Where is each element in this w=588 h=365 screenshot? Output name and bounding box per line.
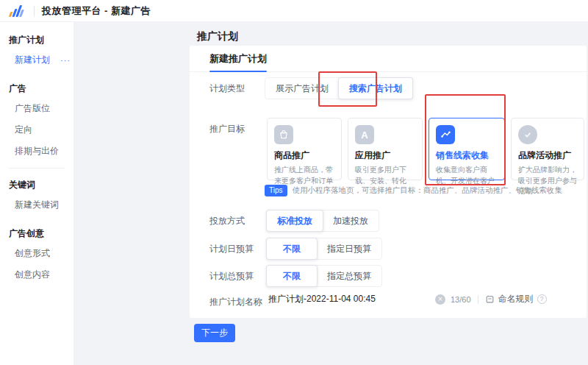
sidebar-group-plan: 推广计划	[9, 34, 74, 46]
goal-card-desc: 推广线上商品，带来更多客户和订单	[274, 165, 334, 186]
app-icon: A	[355, 125, 374, 144]
leads-icon	[436, 125, 455, 144]
delivery-mode-options: 标准投放 加速投放	[266, 210, 379, 232]
goal-card-brand[interactable]: 品牌活动推广 扩大品牌影响力，吸引更多用户参与活动	[511, 118, 584, 180]
daily-budget-label: 计划日预算	[209, 243, 254, 255]
option-total-unlimited[interactable]: 不限	[266, 265, 318, 287]
plan-name-extras: × 13/60 命名规则 ?	[435, 293, 547, 305]
sidebar-item-ad-placement[interactable]: 广告版位	[15, 102, 74, 115]
more-options-icon[interactable]: ···	[60, 56, 71, 65]
goal-card-title: 商品推广	[274, 149, 334, 162]
goal-card-title: 销售线索收集	[436, 149, 498, 162]
sidebar-group-creative: 广告创意	[9, 227, 74, 240]
sidebar-item-new-plan[interactable]: 新建计划 ···	[15, 54, 74, 66]
option-display-ad-plan[interactable]: 展示广告计划	[265, 78, 339, 99]
sidebar-item-new-keyword[interactable]: 新建关键词	[15, 199, 74, 211]
delivery-mode-label: 投放方式	[209, 215, 245, 227]
goal-label: 推广目标	[209, 123, 245, 135]
goal-card-app[interactable]: A 应用推广 吸引更多用户下载、安装、转化	[348, 118, 423, 180]
sidebar-item-schedule-bid[interactable]: 排期与出价	[15, 145, 74, 157]
sidebar-divider	[9, 168, 65, 169]
new-plan-panel: 新建推广计划 计划类型 展示广告计划 搜索广告计划 推广目标 商品推广 推广线上…	[190, 46, 587, 318]
plan-type-options: 展示广告计划 搜索广告计划	[265, 77, 413, 99]
brand-check-icon	[518, 125, 537, 144]
sidebar-group-ad: 广告	[9, 82, 74, 95]
brand-logo-icon	[9, 4, 26, 17]
option-search-ad-plan[interactable]: 搜索广告计划	[338, 77, 413, 99]
option-standard-delivery[interactable]: 标准投放	[266, 210, 323, 232]
bag-icon	[274, 125, 293, 144]
goal-card-title: 品牌活动推广	[518, 149, 577, 162]
plan-type-label: 计划类型	[209, 82, 245, 95]
goal-card-leads[interactable]: 销售线索收集 收集意向客户商机、开发潜在客户	[429, 118, 505, 180]
naming-rule-icon	[485, 294, 495, 304]
sidebar-item-targeting[interactable]: 定向	[15, 124, 74, 136]
tips-text: 使用小程序落地页，可选择推广目标：商品推广、品牌活动推广、销售线索收集	[293, 185, 563, 196]
sidebar-item-creative-form[interactable]: 创意形式	[15, 247, 74, 260]
app-title: 投放管理平台 - 新建广告	[42, 4, 151, 18]
option-accelerated-delivery[interactable]: 加速投放	[323, 210, 379, 231]
vertical-divider	[478, 295, 478, 304]
naming-rule-link[interactable]: 命名规则	[498, 293, 534, 305]
goal-card-desc: 吸引更多用户下载、安装、转化	[355, 165, 415, 186]
sidebar: 推广计划 新建计划 ··· 广告 广告版位 定向 排期与出价 关键词 新建关键词…	[0, 22, 74, 365]
plan-name-input[interactable]	[268, 294, 430, 304]
header-divider	[34, 6, 35, 16]
clear-input-icon[interactable]: ×	[435, 294, 445, 305]
tips-row: Tips 使用小程序落地页，可选择推广目标：商品推广、品牌活动推广、销售线索收集	[265, 185, 562, 196]
tab-new-promotion-plan[interactable]: 新建推广计划	[209, 52, 267, 72]
goal-card-product[interactable]: 商品推广 推广线上商品，带来更多客户和订单	[267, 118, 342, 180]
option-daily-specified[interactable]: 指定日预算	[317, 238, 381, 259]
page-title: 推广计划	[197, 30, 238, 43]
tips-badge: Tips	[265, 185, 287, 196]
tab-bar: 新建推广计划	[190, 46, 587, 72]
char-counter: 13/60	[451, 295, 471, 304]
next-step-button[interactable]: 下一步	[194, 324, 235, 342]
option-total-specified[interactable]: 指定总预算	[317, 266, 381, 286]
sidebar-item-creative-content[interactable]: 创意内容	[15, 269, 74, 281]
goal-card-desc: 收集意向客户商机、开发潜在客户	[436, 165, 498, 186]
help-icon[interactable]: ?	[537, 294, 547, 304]
sidebar-item-label: 新建计划	[15, 54, 50, 66]
goal-card-title: 应用推广	[355, 149, 415, 162]
top-header: 投放管理平台 - 新建广告	[0, 0, 588, 22]
total-budget-label: 计划总预算	[209, 270, 254, 283]
option-daily-unlimited[interactable]: 不限	[266, 238, 318, 260]
total-budget-options: 不限 指定总预算	[266, 265, 382, 287]
plan-name-label: 推广计划名称	[209, 296, 262, 308]
daily-budget-options: 不限 指定日预算	[266, 238, 382, 260]
sidebar-group-keyword: 关键词	[9, 179, 74, 191]
